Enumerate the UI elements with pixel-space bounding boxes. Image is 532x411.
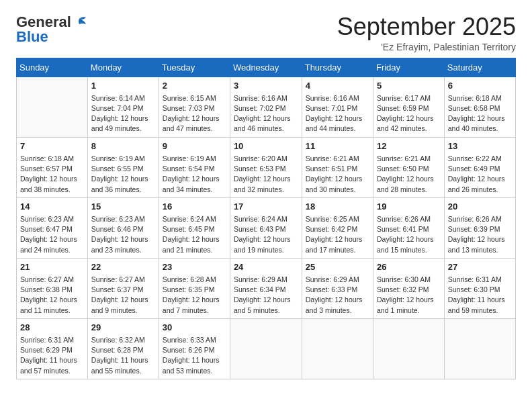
calendar-cell: 14Sunrise: 6:23 AM Sunset: 6:47 PM Dayli… bbox=[17, 197, 88, 258]
calendar-cell bbox=[17, 77, 88, 137]
calendar-cell: 9Sunrise: 6:19 AM Sunset: 6:54 PM Daylig… bbox=[159, 137, 230, 197]
day-info: Sunrise: 6:18 AM Sunset: 6:57 PM Dayligh… bbox=[20, 154, 84, 195]
day-number: 20 bbox=[448, 201, 512, 213]
calendar-cell: 10Sunrise: 6:20 AM Sunset: 6:53 PM Dayli… bbox=[230, 137, 302, 197]
calendar-week-1: 1Sunrise: 6:14 AM Sunset: 7:04 PM Daylig… bbox=[17, 77, 516, 137]
day-info: Sunrise: 6:19 AM Sunset: 6:54 PM Dayligh… bbox=[163, 154, 226, 195]
day-number: 24 bbox=[234, 261, 298, 273]
title-block: September 2025 'Ez Efrayim, Palestinian … bbox=[337, 13, 516, 52]
calendar-week-3: 14Sunrise: 6:23 AM Sunset: 6:47 PM Dayli… bbox=[17, 197, 516, 258]
calendar-cell: 18Sunrise: 6:25 AM Sunset: 6:42 PM Dayli… bbox=[302, 197, 373, 258]
calendar-cell: 24Sunrise: 6:29 AM Sunset: 6:34 PM Dayli… bbox=[230, 258, 302, 318]
day-number: 19 bbox=[377, 201, 441, 213]
location-title: 'Ez Efrayim, Palestinian Territory bbox=[337, 42, 516, 52]
day-number: 10 bbox=[234, 140, 298, 152]
header-friday: Friday bbox=[373, 58, 444, 77]
header-monday: Monday bbox=[87, 58, 159, 77]
calendar-cell: 26Sunrise: 6:30 AM Sunset: 6:32 PM Dayli… bbox=[373, 258, 444, 318]
calendar-week-5: 28Sunrise: 6:31 AM Sunset: 6:29 PM Dayli… bbox=[17, 318, 516, 379]
day-number: 16 bbox=[163, 201, 226, 213]
calendar-cell bbox=[444, 318, 515, 379]
calendar-cell: 16Sunrise: 6:24 AM Sunset: 6:45 PM Dayli… bbox=[159, 197, 230, 258]
day-info: Sunrise: 6:24 AM Sunset: 6:43 PM Dayligh… bbox=[234, 214, 298, 255]
day-number: 29 bbox=[91, 322, 155, 334]
day-info: Sunrise: 6:17 AM Sunset: 6:59 PM Dayligh… bbox=[377, 93, 441, 134]
calendar-cell bbox=[302, 318, 373, 379]
day-number: 3 bbox=[234, 80, 298, 92]
day-number: 17 bbox=[234, 201, 298, 213]
day-info: Sunrise: 6:32 AM Sunset: 6:28 PM Dayligh… bbox=[91, 335, 155, 376]
logo-bird-icon bbox=[73, 15, 87, 30]
day-info: Sunrise: 6:23 AM Sunset: 6:46 PM Dayligh… bbox=[91, 214, 155, 255]
day-number: 13 bbox=[448, 140, 512, 152]
calendar-cell: 22Sunrise: 6:27 AM Sunset: 6:37 PM Dayli… bbox=[87, 258, 159, 318]
day-info: Sunrise: 6:25 AM Sunset: 6:42 PM Dayligh… bbox=[306, 214, 369, 255]
day-number: 30 bbox=[163, 322, 226, 334]
calendar-week-4: 21Sunrise: 6:27 AM Sunset: 6:38 PM Dayli… bbox=[17, 258, 516, 318]
calendar-cell: 30Sunrise: 6:33 AM Sunset: 6:26 PM Dayli… bbox=[159, 318, 230, 379]
day-number: 22 bbox=[91, 261, 155, 273]
day-info: Sunrise: 6:19 AM Sunset: 6:55 PM Dayligh… bbox=[91, 154, 155, 195]
day-info: Sunrise: 6:31 AM Sunset: 6:30 PM Dayligh… bbox=[448, 275, 512, 316]
calendar-week-2: 7Sunrise: 6:18 AM Sunset: 6:57 PM Daylig… bbox=[17, 137, 516, 197]
day-info: Sunrise: 6:14 AM Sunset: 7:04 PM Dayligh… bbox=[91, 93, 155, 134]
day-info: Sunrise: 6:15 AM Sunset: 7:03 PM Dayligh… bbox=[163, 93, 226, 134]
day-info: Sunrise: 6:28 AM Sunset: 6:35 PM Dayligh… bbox=[163, 275, 226, 316]
day-info: Sunrise: 6:23 AM Sunset: 6:47 PM Dayligh… bbox=[20, 214, 84, 255]
day-info: Sunrise: 6:30 AM Sunset: 6:32 PM Dayligh… bbox=[377, 275, 441, 316]
day-info: Sunrise: 6:20 AM Sunset: 6:53 PM Dayligh… bbox=[234, 154, 298, 195]
header-wednesday: Wednesday bbox=[230, 58, 302, 77]
day-number: 11 bbox=[306, 140, 369, 152]
day-number: 27 bbox=[448, 261, 512, 273]
day-info: Sunrise: 6:26 AM Sunset: 6:39 PM Dayligh… bbox=[448, 214, 512, 255]
calendar-cell: 17Sunrise: 6:24 AM Sunset: 6:43 PM Dayli… bbox=[230, 197, 302, 258]
calendar-cell: 11Sunrise: 6:21 AM Sunset: 6:51 PM Dayli… bbox=[302, 137, 373, 197]
day-info: Sunrise: 6:27 AM Sunset: 6:37 PM Dayligh… bbox=[91, 275, 155, 316]
day-info: Sunrise: 6:27 AM Sunset: 6:38 PM Dayligh… bbox=[20, 275, 84, 316]
day-number: 1 bbox=[91, 80, 155, 92]
calendar-cell bbox=[373, 318, 444, 379]
calendar-cell: 5Sunrise: 6:17 AM Sunset: 6:59 PM Daylig… bbox=[373, 77, 444, 137]
day-info: Sunrise: 6:31 AM Sunset: 6:29 PM Dayligh… bbox=[20, 335, 84, 376]
calendar-cell: 13Sunrise: 6:22 AM Sunset: 6:49 PM Dayli… bbox=[444, 137, 515, 197]
day-info: Sunrise: 6:24 AM Sunset: 6:45 PM Dayligh… bbox=[163, 214, 226, 255]
calendar-cell: 25Sunrise: 6:29 AM Sunset: 6:33 PM Dayli… bbox=[302, 258, 373, 318]
day-info: Sunrise: 6:16 AM Sunset: 7:01 PM Dayligh… bbox=[306, 93, 369, 134]
calendar-cell: 2Sunrise: 6:15 AM Sunset: 7:03 PM Daylig… bbox=[159, 77, 230, 137]
day-number: 28 bbox=[20, 322, 84, 334]
calendar-cell: 29Sunrise: 6:32 AM Sunset: 6:28 PM Dayli… bbox=[87, 318, 159, 379]
day-info: Sunrise: 6:26 AM Sunset: 6:41 PM Dayligh… bbox=[377, 214, 441, 255]
calendar-cell bbox=[230, 318, 302, 379]
day-number: 2 bbox=[163, 80, 226, 92]
day-number: 5 bbox=[377, 80, 441, 92]
day-number: 8 bbox=[91, 140, 155, 152]
day-number: 4 bbox=[306, 80, 369, 92]
day-info: Sunrise: 6:22 AM Sunset: 6:49 PM Dayligh… bbox=[448, 154, 512, 195]
logo: General Blue bbox=[16, 13, 87, 46]
header-sunday: Sunday bbox=[17, 58, 88, 77]
calendar-cell: 4Sunrise: 6:16 AM Sunset: 7:01 PM Daylig… bbox=[302, 77, 373, 137]
day-info: Sunrise: 6:21 AM Sunset: 6:50 PM Dayligh… bbox=[377, 154, 441, 195]
day-number: 26 bbox=[377, 261, 441, 273]
calendar-cell: 23Sunrise: 6:28 AM Sunset: 6:35 PM Dayli… bbox=[159, 258, 230, 318]
calendar-cell: 21Sunrise: 6:27 AM Sunset: 6:38 PM Dayli… bbox=[17, 258, 88, 318]
calendar-cell: 15Sunrise: 6:23 AM Sunset: 6:46 PM Dayli… bbox=[87, 197, 159, 258]
calendar-cell: 28Sunrise: 6:31 AM Sunset: 6:29 PM Dayli… bbox=[17, 318, 88, 379]
calendar-header-row: SundayMondayTuesdayWednesdayThursdayFrid… bbox=[17, 58, 516, 77]
header-tuesday: Tuesday bbox=[159, 58, 230, 77]
logo-blue-text: Blue bbox=[16, 28, 48, 45]
day-number: 15 bbox=[91, 201, 155, 213]
calendar-table: SundayMondayTuesdayWednesdayThursdayFrid… bbox=[16, 58, 516, 379]
calendar-cell: 8Sunrise: 6:19 AM Sunset: 6:55 PM Daylig… bbox=[87, 137, 159, 197]
calendar-cell: 7Sunrise: 6:18 AM Sunset: 6:57 PM Daylig… bbox=[17, 137, 88, 197]
page-header: General Blue September 2025 'Ez Efrayim,… bbox=[16, 13, 516, 52]
day-number: 6 bbox=[448, 80, 512, 92]
calendar-cell: 27Sunrise: 6:31 AM Sunset: 6:30 PM Dayli… bbox=[444, 258, 515, 318]
calendar-cell: 19Sunrise: 6:26 AM Sunset: 6:41 PM Dayli… bbox=[373, 197, 444, 258]
day-number: 7 bbox=[20, 140, 84, 152]
day-info: Sunrise: 6:33 AM Sunset: 6:26 PM Dayligh… bbox=[163, 335, 226, 376]
day-info: Sunrise: 6:16 AM Sunset: 7:02 PM Dayligh… bbox=[234, 93, 298, 134]
day-info: Sunrise: 6:29 AM Sunset: 6:33 PM Dayligh… bbox=[306, 275, 369, 316]
day-number: 14 bbox=[20, 201, 84, 213]
day-number: 21 bbox=[20, 261, 84, 273]
